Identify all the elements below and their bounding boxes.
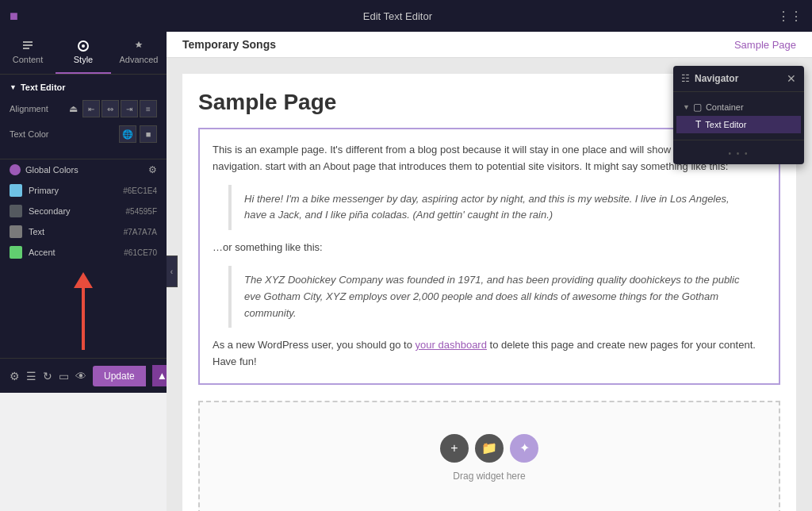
sidebar-collapse-handle[interactable]: ‹	[167, 256, 178, 287]
primary-swatch	[10, 184, 22, 197]
arrow-head	[74, 272, 93, 288]
secondary-label: Secondary	[29, 206, 126, 216]
nav-text-editor-label: Text Editor	[705, 120, 746, 129]
folder-btn[interactable]: 📁	[475, 434, 504, 463]
primary-hex: #6EC1E4	[123, 186, 157, 195]
text-color-row: Text Color 🌐 ■	[10, 125, 157, 143]
global-colors-header: Global Colors ⚙	[0, 159, 167, 180]
align-justify-btn[interactable]: ≡	[140, 100, 157, 117]
navigator-tree: ▼ ▢ Container T Text Editor	[673, 92, 804, 140]
navigator-icon: ☷	[681, 73, 690, 84]
secondary-hex: #54595F	[126, 207, 157, 216]
nav-arrow-icon: ▼	[683, 103, 690, 111]
navigator-close-btn[interactable]: ✕	[787, 72, 796, 85]
nav-item-text-editor[interactable]: T Text Editor	[676, 116, 801, 133]
history-icon[interactable]: ↻	[43, 367, 52, 386]
text-label: Text	[29, 227, 124, 236]
text-color-label: Text Color	[10, 129, 119, 139]
top-bar: ■ Edit Text Editor ⋮⋮	[0, 0, 812, 32]
accent-hex: #61CE70	[124, 248, 157, 257]
align-right-btn[interactable]: ⇥	[121, 100, 138, 117]
settings-icon[interactable]: ⚙	[10, 367, 20, 386]
container-icon: ▢	[693, 102, 702, 113]
text-swatch	[10, 225, 22, 238]
accent-swatch	[10, 246, 22, 259]
responsive-icon[interactable]: ▭	[59, 367, 69, 386]
alignment-label: Alignment	[10, 104, 69, 113]
color-globe-btn[interactable]: 🌐	[119, 125, 136, 143]
canvas-area: Sample Page This is an example page. It'…	[167, 58, 812, 511]
global-colors-gear-icon[interactable]: ⚙	[148, 164, 157, 175]
drag-label: Drag widget here	[453, 471, 525, 482]
svg-point-4	[82, 44, 85, 48]
slot-action-buttons: + 📁 ✦	[440, 434, 538, 463]
page-breadcrumb: Temporary Songs	[182, 38, 276, 51]
arrow-annotation	[0, 263, 167, 358]
quote2: The XYZ Doohickey Company was founded in…	[228, 266, 766, 328]
dashboard-link[interactable]: your dashboard	[416, 339, 487, 351]
color-item-text[interactable]: Text #7A7A7A	[0, 221, 167, 242]
svg-rect-1	[23, 44, 33, 46]
navigator-footer-dots: • • •	[728, 149, 749, 158]
sidebar-tabs: Content Style Advanced	[0, 32, 167, 75]
elementor-logo-icon: ■	[10, 8, 18, 25]
layers-icon[interactable]: ☰	[26, 367, 36, 386]
add-widget-btn[interactable]: +	[440, 434, 469, 463]
sidebar: Content Style Advanced Text Editor Align…	[0, 32, 167, 511]
text-hex: #7A7A7A	[124, 228, 157, 236]
nav-item-container[interactable]: ▼ ▢ Container	[676, 98, 801, 116]
sample-page-link[interactable]: Sample Page	[734, 39, 796, 51]
navigator-header: ☷ Navigator ✕	[673, 66, 804, 92]
or-text: …or something like this:	[213, 240, 766, 256]
color-item-accent[interactable]: Accent #61CE70	[0, 242, 167, 263]
color-item-secondary[interactable]: Secondary #54595F	[0, 201, 167, 221]
secondary-swatch	[10, 205, 22, 217]
color-list: Primary #6EC1E4 Secondary #54595F Text #…	[0, 180, 167, 263]
text-editor-section: Text Editor Alignment ⏏ ⇤ ⇔ ⇥ ≡ Text Col…	[0, 75, 167, 159]
alignment-buttons: ⇤ ⇔ ⇥ ≡	[82, 100, 157, 117]
color-picker-btn[interactable]: ■	[140, 125, 157, 143]
align-center-btn[interactable]: ⇔	[102, 100, 119, 117]
content-topbar: Temporary Songs Sample Page	[167, 32, 812, 58]
accent-label: Accent	[29, 248, 124, 257]
editor-title: Edit Text Editor	[18, 10, 777, 22]
update-button[interactable]: Update	[93, 366, 146, 386]
empty-widget-slot[interactable]: + 📁 ✦ Drag widget here	[198, 401, 780, 511]
alignment-row: Alignment ⏏ ⇤ ⇔ ⇥ ≡	[10, 100, 157, 117]
navigator-panel: ☷ Navigator ✕ ▼ ▢ Container T Text Edito…	[673, 66, 804, 164]
tab-advanced[interactable]: Advanced	[111, 32, 167, 74]
navigator-footer: • • •	[673, 140, 804, 164]
svg-rect-2	[23, 48, 29, 49]
global-colors-title: Global Colors	[25, 165, 148, 175]
preview-icon[interactable]: 👁	[75, 367, 86, 386]
color-item-primary[interactable]: Primary #6EC1E4	[0, 180, 167, 201]
star-btn[interactable]: ✦	[510, 434, 538, 463]
red-arrow	[74, 272, 93, 350]
svg-rect-0	[23, 41, 33, 43]
tab-style[interactable]: Style	[56, 32, 111, 74]
primary-label: Primary	[29, 186, 123, 195]
grid-menu-icon[interactable]: ⋮⋮	[777, 9, 802, 24]
tab-content[interactable]: Content	[0, 32, 56, 74]
text-editor-icon: T	[695, 119, 701, 130]
navigator-title: Navigator	[695, 73, 787, 84]
color-btn-group: 🌐 ■	[119, 125, 157, 143]
arrow-line	[82, 286, 85, 350]
text-content: This is an example page. It's different …	[200, 129, 779, 383]
sidebar-bottom: ⚙ ☰ ↻ ▭ 👁 Update ▲	[0, 358, 167, 393]
global-colors-icon	[10, 164, 21, 175]
nav-container-label: Container	[706, 102, 744, 112]
align-left-btn[interactable]: ⇤	[82, 100, 100, 117]
quote1: Hi there! I'm a bike messenger by day, a…	[228, 185, 766, 231]
section-title: Text Editor	[10, 83, 157, 92]
text-editor-widget[interactable]: This is an example page. It's different …	[198, 128, 780, 385]
footer-text: As a new WordPress user, you should go t…	[213, 337, 766, 371]
main-content: Temporary Songs Sample Page Sample Page …	[167, 32, 812, 511]
